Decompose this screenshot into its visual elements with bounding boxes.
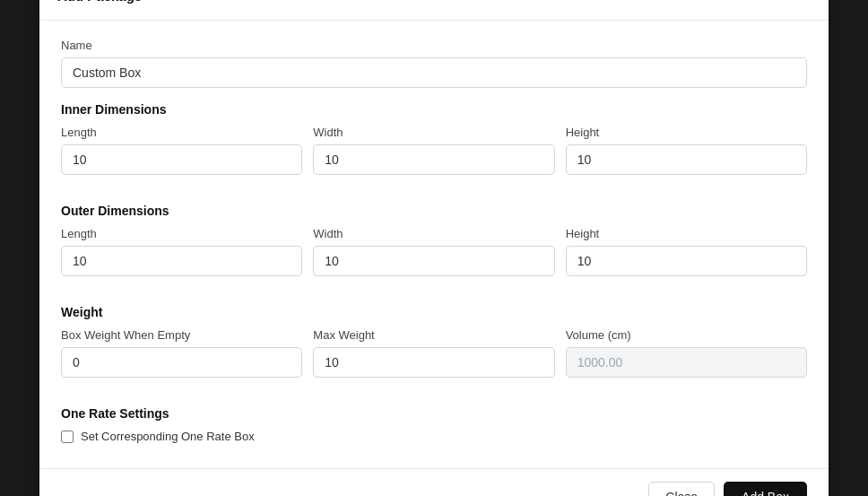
outer-length-group: Length <box>61 227 302 276</box>
outer-length-label: Length <box>61 227 302 240</box>
volume-input <box>566 347 807 378</box>
inner-width-label: Width <box>313 126 554 139</box>
inner-height-label: Height <box>566 126 807 139</box>
inner-length-group: Length <box>61 126 302 175</box>
name-label: Name <box>61 39 807 52</box>
outer-width-group: Width <box>313 227 554 276</box>
inner-length-input[interactable] <box>61 144 302 175</box>
weight-row: Box Weight When Empty Max Weight Volume … <box>61 328 807 392</box>
inner-width-input[interactable] <box>313 144 554 175</box>
outer-dimensions-title: Outer Dimensions <box>61 204 807 218</box>
modal-overlay: Add Package × Name Inner Dimensions Leng… <box>0 0 868 496</box>
one-rate-checkbox[interactable] <box>61 431 74 443</box>
modal-body: Name Inner Dimensions Length Width <box>39 21 829 468</box>
inner-length-label: Length <box>61 126 302 139</box>
outer-width-input[interactable] <box>313 246 554 276</box>
inner-height-group: Height <box>566 126 807 175</box>
max-weight-group: Max Weight <box>313 328 554 378</box>
one-rate-section: One Rate Settings Set Corresponding One … <box>61 406 807 443</box>
box-weight-group: Box Weight When Empty <box>61 328 302 378</box>
volume-label: Volume (cm) <box>566 328 807 342</box>
modal-footer: Close Add Box <box>39 468 829 496</box>
one-rate-checkbox-label: Set Corresponding One Rate Box <box>81 430 255 443</box>
name-field-group: Name <box>61 39 807 88</box>
weight-title: Weight <box>61 305 807 319</box>
modal-header: Add Package × <box>39 0 829 21</box>
inner-dimensions-row: Length Width Height <box>61 126 807 189</box>
outer-height-label: Height <box>566 227 807 240</box>
max-weight-input[interactable] <box>313 347 554 378</box>
one-rate-title: One Rate Settings <box>61 406 807 421</box>
one-rate-checkbox-row: Set Corresponding One Rate Box <box>61 430 807 443</box>
outer-height-group: Height <box>566 227 807 276</box>
inner-width-group: Width <box>313 126 554 175</box>
outer-dimensions-section: Outer Dimensions Length Width Height <box>61 204 807 291</box>
modal-title: Add Package <box>57 0 142 4</box>
box-weight-input[interactable] <box>61 347 302 378</box>
weight-section: Weight Box Weight When Empty Max Weight … <box>61 305 807 392</box>
max-weight-label: Max Weight <box>313 328 554 342</box>
modal-close-button[interactable]: × <box>790 0 811 5</box>
inner-dimensions-title: Inner Dimensions <box>61 102 807 117</box>
close-button[interactable]: Close <box>648 482 715 496</box>
outer-length-input[interactable] <box>61 246 302 276</box>
inner-dimensions-section: Inner Dimensions Length Width Height <box>61 102 807 189</box>
add-package-modal: Add Package × Name Inner Dimensions Leng… <box>39 0 829 496</box>
outer-height-input[interactable] <box>566 246 807 276</box>
close-icon: × <box>795 0 805 4</box>
inner-height-input[interactable] <box>566 144 807 175</box>
volume-group: Volume (cm) <box>566 328 807 378</box>
box-weight-label: Box Weight When Empty <box>61 328 302 342</box>
outer-dimensions-row: Length Width Height <box>61 227 807 291</box>
outer-width-label: Width <box>313 227 554 240</box>
add-box-button[interactable]: Add Box <box>724 482 807 496</box>
name-input[interactable] <box>61 57 807 88</box>
